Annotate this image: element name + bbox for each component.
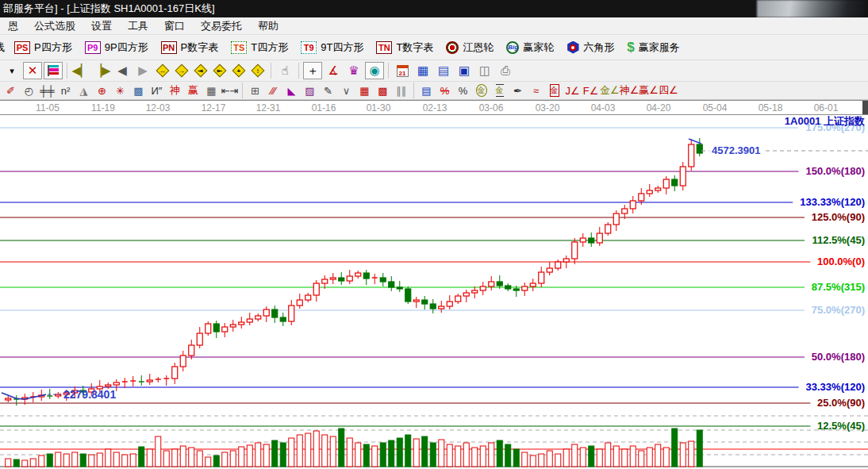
trend-pen-icon[interactable]: ✎ — [319, 83, 337, 98]
expand-all-diamond-icon[interactable]: ↕ — [248, 62, 267, 79]
angle-mirror-icon[interactable]: ◮ — [75, 83, 93, 98]
menu-item-3[interactable]: 工具 — [120, 17, 156, 35]
save-icon[interactable]: ▣ — [455, 62, 474, 79]
window-title: 部服务平台] - [上证指数 SH1A0001-167日K线] — [3, 2, 215, 14]
compress-x-diamond-icon[interactable]: ↔ — [153, 62, 172, 79]
volume-bar — [505, 444, 511, 467]
9p-square-label: 9P四方形 — [105, 40, 148, 55]
volume-profile-icon[interactable] — [44, 62, 63, 79]
toolbar-item-t-square[interactable]: TST四方形 — [231, 40, 288, 55]
width-measure-icon[interactable]: ⇤⇥ — [221, 83, 239, 98]
toolbar-item-p-square[interactable]: PSP四方形 — [14, 40, 72, 55]
toolbar-item-winner-service[interactable]: $赢家服务 — [627, 40, 679, 56]
candle-body — [530, 283, 536, 286]
first-bar-icon[interactable]: ◀▏ — [71, 62, 90, 79]
gold-circle-icon[interactable]: 金 — [472, 83, 490, 98]
number-grid-icon[interactable]: ▦ — [202, 83, 221, 98]
price-ladder-icon[interactable]: ▤ — [417, 83, 436, 98]
shen-grid-icon[interactable]: 神 — [166, 83, 184, 98]
candle-body — [197, 333, 202, 345]
ying-angle-icon[interactable]: 赢∠ — [639, 83, 659, 98]
box-measure-icon[interactable]: ⊞ — [246, 83, 264, 98]
expand-right-diamond-icon[interactable]: ⇥ — [191, 62, 210, 79]
gold-box-icon[interactable]: 金 — [545, 83, 563, 98]
map-tool-icon[interactable]: ◉ — [365, 62, 384, 79]
axis-date-label: 04-20 — [647, 102, 671, 113]
prev-bar-icon[interactable]: ◀ — [113, 62, 132, 79]
volume-bar — [680, 443, 686, 467]
gold-angle-icon[interactable]: 金∠ — [600, 83, 620, 98]
gann-grid-icon[interactable]: ▦ — [355, 83, 374, 98]
compress-left-diamond-icon[interactable]: ⇤ — [210, 62, 229, 79]
volume-bar — [139, 447, 144, 467]
menu-item-5[interactable]: 交易委托 — [193, 17, 250, 35]
parallel-lines-icon[interactable]: ∥∥ — [392, 83, 410, 98]
candle-body — [339, 278, 344, 281]
gann-box-icon[interactable]: ▩ — [374, 83, 392, 98]
n-squared-icon[interactable]: n² — [56, 83, 75, 98]
percent-icon[interactable]: % — [454, 83, 472, 98]
toolbar-item-winner-wheel[interactable]: Big赢家轮 — [506, 40, 554, 55]
last-bar-icon[interactable]: ▕▶ — [92, 62, 111, 79]
toolbar-item-p-number-table[interactable]: PNP数字表 — [161, 40, 219, 55]
hand-tool-icon[interactable]: ☝ — [275, 62, 294, 79]
shen-angle-icon[interactable]: 神∠ — [620, 83, 639, 98]
axis-date-label: 01-16 — [312, 102, 336, 113]
comb-scale-icon[interactable]: ╪╪ — [38, 83, 56, 98]
candle-body — [289, 306, 294, 321]
next-bar-icon[interactable]: ▶ — [133, 62, 152, 79]
gann-clock-icon[interactable]: ◴ — [20, 83, 38, 98]
menu-item-2[interactable]: 设置 — [83, 17, 120, 35]
toolbar-separator — [242, 83, 243, 98]
axis-scrollbar-nub[interactable] — [862, 101, 868, 114]
volume-bar — [639, 451, 644, 467]
volume-bar — [522, 452, 528, 467]
step-right-diamond-icon[interactable]: → — [172, 62, 191, 79]
menu-item-4[interactable]: 窗口 — [156, 17, 193, 35]
pattern-tool-icon[interactable]: ✕ — [23, 62, 42, 79]
volume-bar — [197, 451, 202, 467]
star-web-icon[interactable]: ✳ — [111, 83, 129, 98]
toolbar-item-9t-square[interactable]: T99T四方形 — [301, 40, 363, 55]
v-wave-icon[interactable]: ∨ — [337, 83, 355, 98]
circle-cross-icon[interactable]: ⊕ — [93, 83, 111, 98]
wave-box-icon[interactable]: ≈ — [527, 83, 545, 98]
calculator-icon[interactable]: ▦ — [413, 62, 432, 79]
shape-tool-icon[interactable]: ♛ — [344, 62, 363, 79]
box-fan-icon[interactable]: ▨ — [301, 83, 319, 98]
toolbar-item-hexagon[interactable]: 六角形 — [567, 40, 614, 55]
four-angle-icon[interactable]: 四∠ — [659, 83, 678, 98]
f-angle-icon[interactable]: F∠ — [582, 83, 600, 98]
center-diamond-icon[interactable]: + — [229, 62, 248, 79]
chart-area[interactable]: 175.0%(270)150.0%(180)133.33%(120)125.0%… — [0, 115, 868, 469]
ying-grid-icon[interactable]: 赢 — [184, 83, 202, 98]
web-computer-icon[interactable]: ◫ — [475, 62, 494, 79]
percent-strike-icon[interactable]: % — [436, 83, 454, 98]
chart-type-dropdown-icon[interactable]: ▾ — [2, 62, 21, 79]
9t-square-badge-icon: T9 — [301, 41, 317, 54]
candle-body — [622, 209, 628, 213]
menu-item-6[interactable]: 帮助 — [250, 17, 286, 35]
crosshair-tool-icon[interactable]: ＋ — [303, 62, 322, 79]
draw-pen-icon[interactable]: ✐ — [2, 83, 20, 98]
calendar-icon[interactable]: 21 — [393, 62, 412, 79]
notepad-icon[interactable]: ▤ — [434, 62, 453, 79]
toolbar-item-line-tool[interactable]: 线 — [0, 40, 5, 55]
compass-tool-icon[interactable]: ∡ — [324, 62, 343, 79]
j-angle-icon[interactable]: J∠ — [563, 83, 582, 98]
toolbar-item-t-number-table[interactable]: TNT数字表 — [376, 40, 433, 55]
gann-line-label: 112.5%(45) — [812, 234, 866, 246]
zigzag-icon[interactable]: И″ — [148, 83, 166, 98]
candle-pen-icon[interactable]: ✒ — [509, 83, 527, 98]
print-computer-icon[interactable]: ⎙ — [496, 62, 515, 79]
menu-item-0[interactable]: 恩 — [0, 17, 26, 35]
toolbar-item-9p-square[interactable]: P99P四方形 — [85, 40, 148, 55]
fan-lines-icon[interactable]: ∕∕∕ — [264, 83, 282, 98]
volume-bar — [113, 452, 119, 467]
menu-item-1[interactable]: 公式选股 — [26, 17, 83, 35]
axis-date-label: 05-18 — [759, 102, 783, 113]
toolbar-item-gann-wheel[interactable]: 江恩轮 — [446, 40, 494, 55]
spider-web-icon[interactable]: ▩ — [129, 83, 148, 98]
gold-lines-icon[interactable]: 金 — [490, 83, 509, 98]
fan-box-icon[interactable]: ◣ — [282, 83, 301, 98]
